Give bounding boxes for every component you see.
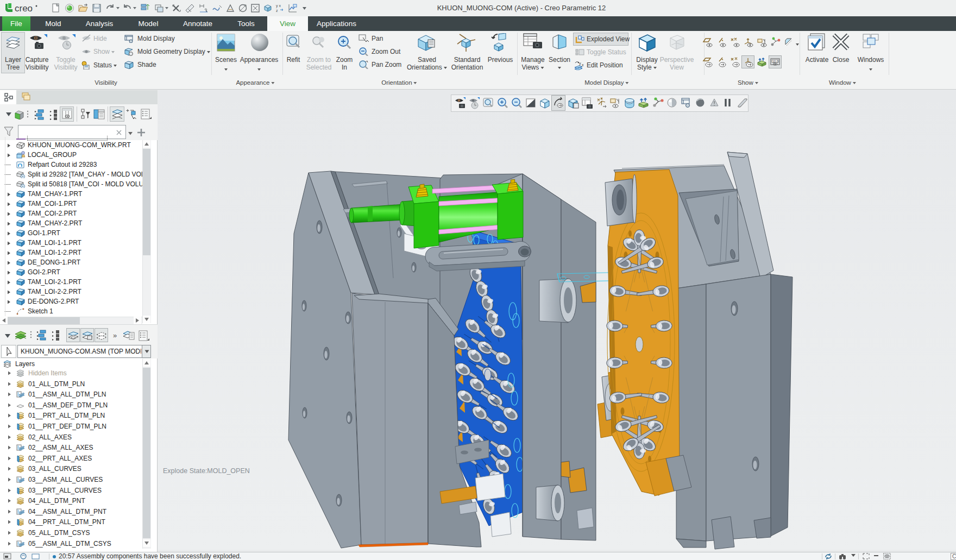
svg-text:creo: creo (15, 3, 33, 14)
svg-text:x: x (582, 63, 584, 67)
svg-text:z: z (276, 9, 278, 12)
svg-text:y x: y x (276, 4, 281, 8)
svg-text:10.0: 10.0 (772, 60, 778, 63)
